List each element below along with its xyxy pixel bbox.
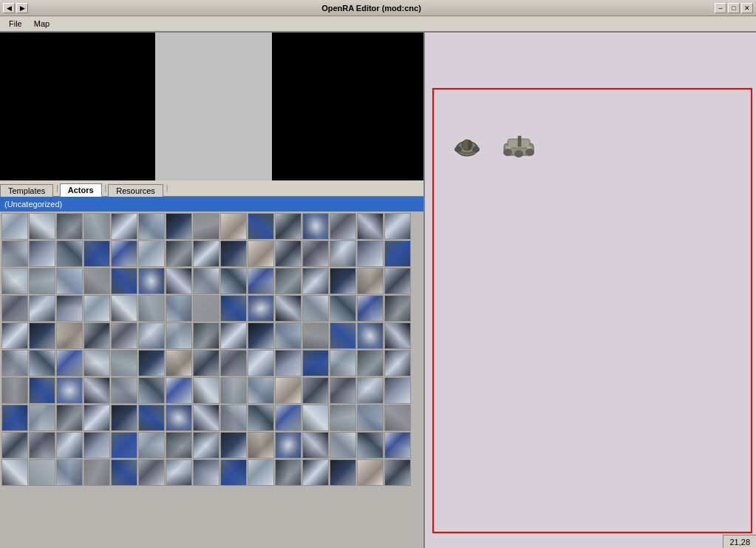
tab-resources[interactable]: Resources — [108, 184, 163, 197]
tile-item[interactable] — [220, 405, 247, 431]
app-icon-button[interactable]: ◀ — [3, 3, 15, 13]
tile-item[interactable] — [166, 213, 192, 240]
tile-grid[interactable] — [0, 212, 423, 548]
tile-item[interactable] — [84, 268, 110, 294]
tile-item[interactable] — [29, 322, 55, 349]
tile-item[interactable] — [384, 459, 411, 486]
tile-item[interactable] — [275, 295, 302, 322]
tile-item[interactable] — [330, 322, 356, 349]
tile-item[interactable] — [302, 322, 329, 349]
tile-item[interactable] — [275, 432, 302, 459]
tile-item[interactable] — [84, 405, 110, 431]
tile-item[interactable] — [166, 459, 192, 486]
tile-item[interactable] — [302, 350, 329, 376]
tile-item[interactable] — [357, 405, 384, 431]
tile-item[interactable] — [84, 295, 110, 322]
tile-item[interactable] — [84, 322, 110, 349]
tile-item[interactable] — [56, 405, 83, 431]
tile-item[interactable] — [111, 213, 137, 240]
tile-item[interactable] — [275, 405, 302, 431]
tile-item[interactable] — [84, 350, 110, 376]
tile-item[interactable] — [275, 377, 302, 404]
tile-item[interactable] — [56, 459, 83, 486]
tile-item[interactable] — [166, 268, 192, 294]
tile-item[interactable] — [193, 213, 219, 240]
nav-back-button[interactable]: ▶ — [16, 3, 28, 13]
tile-item[interactable] — [220, 240, 247, 267]
tile-item[interactable] — [275, 268, 302, 294]
tile-item[interactable] — [248, 432, 274, 459]
tile-item[interactable] — [29, 213, 55, 240]
tile-item[interactable] — [384, 432, 411, 459]
tile-item[interactable] — [220, 377, 247, 404]
tile-item[interactable] — [111, 295, 137, 322]
tile-item[interactable] — [302, 377, 329, 404]
tile-item[interactable] — [384, 377, 411, 404]
tile-item[interactable] — [138, 240, 165, 267]
tile-item[interactable] — [220, 268, 247, 294]
tile-item[interactable] — [29, 377, 55, 404]
tile-item[interactable] — [84, 240, 110, 267]
tile-item[interactable] — [138, 377, 165, 404]
tile-item[interactable] — [220, 350, 247, 376]
tile-item[interactable] — [302, 213, 329, 240]
tile-item[interactable] — [330, 459, 356, 486]
tile-item[interactable] — [357, 213, 384, 240]
tile-item[interactable] — [248, 240, 274, 267]
tile-item[interactable] — [166, 405, 192, 431]
tile-item[interactable] — [330, 295, 356, 322]
tile-item[interactable] — [384, 240, 411, 267]
tile-item[interactable] — [302, 405, 329, 431]
tile-item[interactable] — [302, 432, 329, 459]
tile-item[interactable] — [166, 350, 192, 376]
tile-item[interactable] — [1, 240, 28, 267]
tile-item[interactable] — [166, 322, 192, 349]
tile-item[interactable] — [193, 268, 219, 294]
tile-item[interactable] — [275, 350, 302, 376]
tile-item[interactable] — [357, 268, 384, 294]
tile-item[interactable] — [357, 459, 384, 486]
tile-item[interactable] — [357, 322, 384, 349]
tab-templates[interactable]: Templates — [0, 184, 53, 197]
tile-item[interactable] — [330, 213, 356, 240]
menu-map[interactable]: Map — [28, 18, 55, 30]
tile-item[interactable] — [275, 213, 302, 240]
tile-item[interactable] — [193, 377, 219, 404]
tile-item[interactable] — [193, 295, 219, 322]
tile-item[interactable] — [248, 350, 274, 376]
tile-item[interactable] — [138, 322, 165, 349]
tile-item[interactable] — [56, 350, 83, 376]
tile-item[interactable] — [357, 432, 384, 459]
tile-item[interactable] — [84, 213, 110, 240]
tile-item[interactable] — [248, 213, 274, 240]
tile-item[interactable] — [248, 405, 274, 431]
tile-item[interactable] — [1, 268, 28, 294]
tile-item[interactable] — [111, 459, 137, 486]
tile-item[interactable] — [138, 268, 165, 294]
tile-item[interactable] — [220, 213, 247, 240]
tile-item[interactable] — [166, 432, 192, 459]
tab-actors[interactable]: Actors — [60, 183, 102, 197]
close-button[interactable]: ✕ — [741, 3, 753, 13]
tile-item[interactable] — [166, 240, 192, 267]
menu-file[interactable]: File — [3, 18, 28, 30]
tile-item[interactable] — [275, 459, 302, 486]
tile-item[interactable] — [138, 405, 165, 431]
tile-item[interactable] — [166, 377, 192, 404]
tile-item[interactable] — [1, 213, 28, 240]
tile-item[interactable] — [138, 432, 165, 459]
tile-item[interactable] — [330, 377, 356, 404]
tile-item[interactable] — [220, 295, 247, 322]
tile-item[interactable] — [111, 432, 137, 459]
tile-item[interactable] — [29, 240, 55, 267]
tile-item[interactable] — [138, 295, 165, 322]
tile-item[interactable] — [220, 432, 247, 459]
tile-item[interactable] — [193, 459, 219, 486]
tile-item[interactable] — [220, 322, 247, 349]
tile-item[interactable] — [29, 459, 55, 486]
tile-item[interactable] — [56, 322, 83, 349]
tile-item[interactable] — [29, 295, 55, 322]
tile-item[interactable] — [302, 268, 329, 294]
tile-item[interactable] — [29, 405, 55, 431]
tile-item[interactable] — [1, 295, 28, 322]
